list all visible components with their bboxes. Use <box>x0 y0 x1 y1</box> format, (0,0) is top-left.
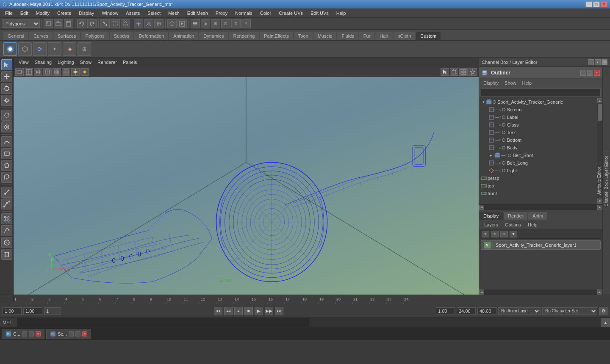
menu-edit[interactable]: Edit <box>17 10 32 17</box>
paint-select-tool[interactable] <box>1 121 12 132</box>
render-current-btn[interactable] <box>177 19 187 28</box>
tool-btn-e[interactable]: ? <box>241 19 251 28</box>
sculpt-tool[interactable] <box>1 172 12 183</box>
channel-box-dots-btn[interactable]: ⋮ <box>588 59 594 65</box>
tool-btn-b[interactable]: ⊞ <box>211 19 220 28</box>
anim-step-back-btn[interactable]: ◂◂ <box>224 307 233 315</box>
vp-icon-star[interactable] <box>469 68 477 76</box>
shelf-tab-ncloth[interactable]: nCloth <box>394 32 416 40</box>
undo-btn[interactable] <box>77 19 86 28</box>
viewport-canvas[interactable]: Y X Z ndnap <box>14 77 479 295</box>
shelf-icon-3[interactable]: ✦ <box>48 42 61 56</box>
vp-icon-light2[interactable] <box>80 68 89 76</box>
anim-settings-btn[interactable]: ⚙ <box>599 307 607 315</box>
outliner-tree[interactable]: ▾ Sport_Activity_Tracker_Generic —○ Scr <box>479 97 602 204</box>
character-set-select[interactable]: No Character Set <box>542 307 597 315</box>
vp-icon-grid[interactable] <box>25 68 33 76</box>
taskbar-restore-1[interactable] <box>29 331 34 336</box>
tree-item-label[interactable]: —○ Label <box>479 113 597 121</box>
show-manipulator-tool[interactable] <box>1 249 12 260</box>
layer-menu-options[interactable]: Options <box>502 221 524 228</box>
tree-item-torx[interactable]: —○ Torx <box>479 129 597 136</box>
vp-icon-camera[interactable] <box>15 68 24 76</box>
shelf-tab-polygons[interactable]: Polygons <box>81 32 108 40</box>
snap-point-btn[interactable] <box>154 19 164 28</box>
tree-expand-belt-shot[interactable]: ▸ <box>488 153 494 158</box>
shelf-icon-5[interactable]: ⊞ <box>78 42 91 56</box>
outliner-hscrollbar[interactable]: ◄ ► <box>479 204 602 210</box>
anim-step-forward-btn[interactable]: ▶▶ <box>265 307 273 315</box>
scroll-thumb[interactable] <box>598 104 602 121</box>
shelf-tab-fur[interactable]: Fur <box>359 32 375 40</box>
vp-icon-subdiv[interactable] <box>53 68 61 76</box>
vp-menu-panels[interactable]: Panels <box>120 59 140 66</box>
select-by-component-btn[interactable] <box>121 19 130 28</box>
taskbar-minimize-2[interactable] <box>69 331 74 336</box>
command-line-input[interactable] <box>17 318 309 327</box>
taskbar-close-1[interactable]: × <box>36 331 41 336</box>
menu-create[interactable]: Create <box>54 10 75 17</box>
scroll-up-btn[interactable]: ▲ <box>597 98 602 103</box>
menu-proxy[interactable]: Proxy <box>212 10 231 17</box>
menu-display[interactable]: Display <box>75 10 97 17</box>
shelf-tab-general[interactable]: General <box>3 32 28 40</box>
vp-icon-wireframe[interactable] <box>34 68 42 76</box>
tool-btn-c[interactable]: ⊡ <box>221 19 230 28</box>
show-hide-menu-btn[interactable] <box>191 19 200 28</box>
tree-item-screen[interactable]: —○ Screen <box>479 106 597 113</box>
shelf-tab-painteffects[interactable]: PaintEffects <box>260 32 293 40</box>
bend-tool[interactable] <box>1 225 12 236</box>
side-tab-attribute-editor[interactable]: Attribute Editor <box>596 163 603 198</box>
anim-play-back-btn[interactable]: ◂ <box>234 307 243 315</box>
vp-menu-shading[interactable]: Shading <box>32 59 54 66</box>
layer-hscroll-left[interactable]: ◄ <box>479 290 484 295</box>
shelf-tab-dynamics[interactable]: Dynamics <box>199 32 228 40</box>
curve-tool[interactable] <box>1 136 12 147</box>
move-tool[interactable] <box>1 71 12 82</box>
tree-expand-root[interactable]: ▾ <box>481 99 486 105</box>
layer-visibility-v[interactable]: V <box>484 242 491 248</box>
taskbar-restore-2[interactable] <box>75 331 80 336</box>
open-scene-btn[interactable] <box>54 19 63 28</box>
layer-icon-4[interactable]: ▼ <box>510 231 517 237</box>
shelf-tab-rendering[interactable]: Rendering <box>229 32 259 40</box>
anim-skip-end-btn[interactable]: ⏭ <box>275 307 283 315</box>
shelf-tab-curves[interactable]: Curves <box>29 32 53 40</box>
taskbar-item-2[interactable]: S Sc... × <box>46 329 91 339</box>
tree-item-root-group[interactable]: ▾ Sport_Activity_Tracker_Generic <box>479 98 597 106</box>
layer-menu-help[interactable]: Help <box>525 221 540 228</box>
layer-icon-blue[interactable]: ▼ <box>500 231 508 237</box>
tree-item-persp[interactable]: persp <box>479 174 597 182</box>
channel-box-arrow-btn[interactable]: ▸ <box>595 59 601 65</box>
anim-current-frame-field[interactable]: 1.00 <box>23 307 42 315</box>
tree-item-belt-shot[interactable]: ▸ —○ Belt_Shot <box>479 152 597 159</box>
save-scene-btn[interactable] <box>64 19 73 28</box>
tree-item-bottom[interactable]: —○ Bottom <box>479 136 597 144</box>
menu-color[interactable]: Color <box>257 10 274 17</box>
minimize-button[interactable]: — <box>585 1 592 7</box>
vp-menu-lighting[interactable]: Lighting <box>55 59 77 66</box>
select-tool[interactable] <box>1 59 12 70</box>
menu-modify[interactable]: Modify <box>33 10 53 17</box>
layer-hscroll-right[interactable]: ► <box>597 290 602 295</box>
vp-icon-light[interactable] <box>71 68 80 76</box>
menu-edit-mesh[interactable]: Edit Mesh <box>184 10 211 17</box>
menu-assets[interactable]: Assets <box>122 10 143 17</box>
anim-layer-select[interactable]: No Anim Layer <box>498 307 541 315</box>
vp-menu-renderer[interactable]: Renderer <box>95 59 119 66</box>
joint-tool[interactable] <box>1 187 12 198</box>
lasso-select-tool[interactable] <box>1 110 12 121</box>
redo-btn[interactable] <box>87 19 97 28</box>
shelf-tab-fluids[interactable]: Fluids <box>337 32 358 40</box>
tree-item-belt-long[interactable]: —○ Belt_Long <box>479 159 597 167</box>
anim-play-forward-btn[interactable]: ▶ <box>255 307 263 315</box>
mode-select[interactable]: Polygons Surfaces Dynamics <box>2 19 40 28</box>
layer-tab-anim[interactable]: Anim <box>528 212 547 220</box>
new-scene-btn[interactable] <box>44 19 53 28</box>
shelf-icon-2[interactable]: ⟳ <box>33 42 47 56</box>
outliner-search-input[interactable] <box>481 88 601 96</box>
shelf-tab-toon[interactable]: Toon <box>294 32 313 40</box>
outliner-close-btn[interactable]: × <box>594 70 600 76</box>
shelf-tab-custom[interactable]: Custom <box>416 32 441 40</box>
scale-tool[interactable] <box>1 95 12 106</box>
